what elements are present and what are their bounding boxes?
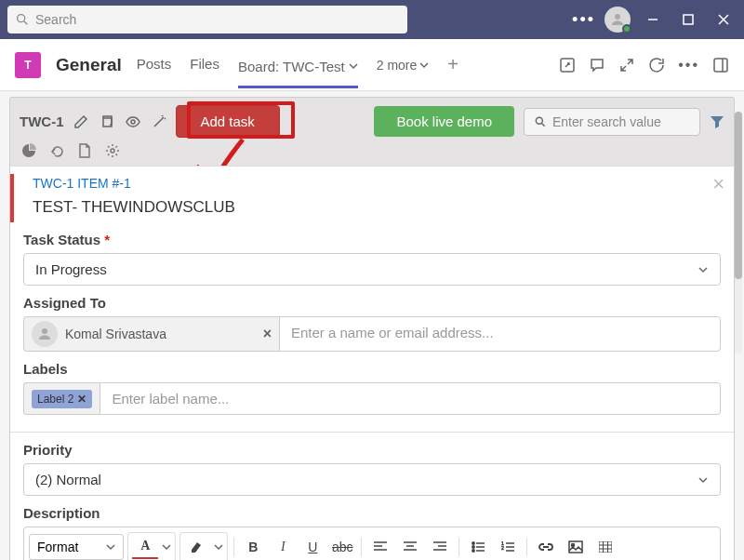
- svg-point-26: [472, 546, 474, 548]
- task-color-bar: [10, 174, 14, 222]
- team-avatar[interactable]: T: [15, 52, 41, 78]
- svg-text:2: 2: [501, 545, 504, 551]
- book-demo-button[interactable]: Book live demo: [374, 106, 514, 137]
- search-icon: [15, 12, 30, 27]
- refresh-icon[interactable]: [648, 57, 665, 73]
- search-icon: [534, 115, 547, 128]
- svg-point-15: [42, 328, 47, 334]
- maximize-button[interactable]: [675, 7, 701, 33]
- board-container: TWC-1 Add task Book live demo Enter sear…: [9, 97, 735, 560]
- svg-rect-8: [714, 59, 727, 72]
- align-right-button[interactable]: [427, 535, 453, 559]
- chevron-down-icon: [162, 542, 171, 552]
- board-id: TWC-1: [20, 113, 64, 129]
- align-left-button[interactable]: [367, 535, 393, 559]
- svg-point-14: [111, 149, 114, 153]
- undo-icon[interactable]: [49, 143, 64, 158]
- search-placeholder: Search: [35, 12, 76, 27]
- svg-line-13: [542, 123, 545, 126]
- labels-label: Labels: [23, 361, 721, 377]
- profile-avatar[interactable]: [604, 7, 631, 33]
- open-app-icon[interactable]: [559, 57, 576, 73]
- align-center-button[interactable]: [397, 535, 423, 559]
- assigned-label: Assigned To: [23, 295, 721, 311]
- board-search-input[interactable]: Enter search value: [524, 108, 700, 136]
- chevron-down-icon: [698, 474, 709, 486]
- format-select[interactable]: Format: [29, 534, 124, 560]
- svg-point-0: [18, 15, 25, 22]
- svg-point-2: [615, 14, 620, 20]
- task-title[interactable]: TEST- THEWINDOWSCLUB: [33, 198, 721, 217]
- task-detail-panel: × TWC-1 ITEM #-1 TEST- THEWINDOWSCLUB Ta…: [10, 166, 734, 560]
- chevron-down-icon: [419, 60, 429, 70]
- svg-line-1: [24, 21, 27, 24]
- chevron-down-icon: [349, 61, 358, 71]
- minimize-button[interactable]: [640, 7, 666, 33]
- gear-icon[interactable]: [105, 143, 120, 158]
- labels-input[interactable]: Enter label name...: [100, 382, 721, 415]
- copy-icon[interactable]: [100, 114, 114, 129]
- description-label: Description: [23, 505, 721, 521]
- more-actions-icon[interactable]: •••: [678, 57, 699, 73]
- number-list-button[interactable]: 12: [495, 535, 521, 559]
- assigned-input[interactable]: Enter a name or email address...: [279, 316, 721, 352]
- chevron-down-icon: [106, 542, 115, 552]
- font-color-button[interactable]: A: [132, 535, 158, 559]
- svg-point-25: [472, 542, 474, 544]
- person-avatar: [32, 321, 58, 347]
- tab-posts[interactable]: Posts: [137, 56, 172, 73]
- highlight-button[interactable]: [184, 535, 210, 559]
- chart-icon[interactable]: [21, 143, 36, 158]
- table-button[interactable]: [592, 535, 618, 559]
- add-task-button[interactable]: Add task: [176, 105, 280, 138]
- edit-icon[interactable]: [73, 114, 88, 129]
- task-item-id: TWC-1 ITEM #-1: [33, 176, 721, 191]
- link-button[interactable]: [533, 535, 559, 559]
- svg-point-27: [472, 550, 474, 552]
- scrollbar[interactable]: [735, 112, 742, 353]
- svg-point-12: [536, 117, 542, 124]
- remove-label-button[interactable]: ✕: [77, 393, 86, 406]
- status-select[interactable]: In Progress: [23, 253, 721, 286]
- bullet-list-button[interactable]: [465, 535, 491, 559]
- close-button[interactable]: [711, 7, 737, 33]
- global-search[interactable]: Search: [7, 6, 407, 33]
- editor-toolbar: Format A B I U abc 12: [23, 527, 721, 560]
- expand-icon[interactable]: [618, 57, 635, 73]
- svg-rect-36: [569, 541, 582, 553]
- chevron-down-icon: [214, 542, 223, 552]
- svg-rect-4: [684, 15, 693, 24]
- channel-header: T General Posts Files Board: TWC-Test 2 …: [0, 39, 744, 91]
- label-chip[interactable]: Label 2 ✕: [32, 390, 92, 408]
- tab-files[interactable]: Files: [190, 56, 219, 73]
- assigned-person-chip[interactable]: Komal Srivastava ×: [23, 316, 279, 352]
- chat-icon[interactable]: [589, 57, 605, 73]
- add-tab-button[interactable]: +: [447, 54, 458, 75]
- tab-more[interactable]: 2 more: [377, 58, 430, 73]
- pdf-icon[interactable]: [77, 143, 92, 158]
- close-panel-button[interactable]: ×: [712, 172, 724, 196]
- wand-icon[interactable]: [152, 114, 166, 129]
- visibility-icon[interactable]: [126, 114, 140, 129]
- svg-rect-38: [599, 541, 612, 553]
- italic-button[interactable]: I: [270, 535, 296, 559]
- more-menu-icon[interactable]: •••: [572, 10, 595, 30]
- tab-board[interactable]: Board: TWC-Test: [238, 59, 358, 88]
- priority-label: Priority: [23, 442, 721, 458]
- priority-select[interactable]: (2) Normal: [23, 463, 721, 496]
- chevron-down-icon: [698, 264, 709, 275]
- bold-button[interactable]: B: [240, 535, 266, 559]
- channel-name: General: [56, 55, 122, 75]
- board-toolbar: TWC-1 Add task Book live demo Enter sear…: [10, 98, 734, 141]
- presence-indicator: [622, 24, 631, 33]
- status-label: Task Status *: [23, 232, 721, 247]
- filter-icon[interactable]: [710, 114, 724, 129]
- underline-button[interactable]: U: [299, 535, 326, 559]
- strike-button[interactable]: abc: [329, 535, 355, 559]
- panel-icon[interactable]: [712, 57, 729, 73]
- app-titlebar: Search •••: [0, 0, 744, 39]
- image-button[interactable]: [563, 535, 589, 559]
- svg-point-11: [131, 120, 135, 124]
- remove-person-button[interactable]: ×: [263, 326, 272, 342]
- scrollbar-thumb[interactable]: [735, 112, 742, 279]
